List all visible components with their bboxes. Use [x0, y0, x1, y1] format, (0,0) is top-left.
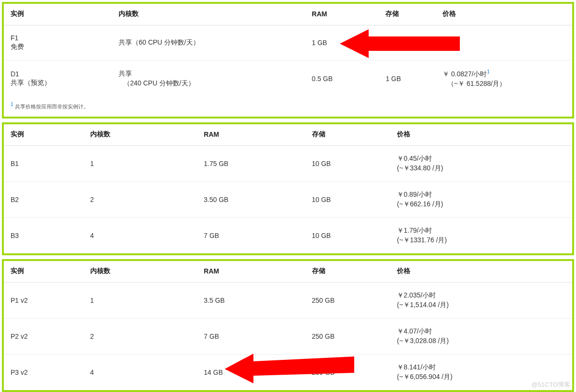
cell-storage: 10 GB	[305, 182, 391, 218]
pricing-table-premium: 实例 内核数 RAM 存储 价格 P1 v2 1 3.5 GB 250 GB ￥…	[2, 259, 574, 392]
cell-ram: 1.75 GB	[197, 146, 305, 182]
col-ram: RAM	[197, 124, 305, 146]
cell-ram: 7 GB	[197, 319, 305, 355]
table-row: P1 v2 1 3.5 GB 250 GB ￥2.035/小时 (~￥1,514…	[4, 283, 572, 319]
cell-storage: 1 GB	[379, 60, 435, 97]
col-storage: 存储	[305, 124, 391, 146]
price-main: ￥0.45/小时	[397, 154, 432, 162]
table-row: P2 v2 2 7 GB 250 GB ￥4.07/小时 (~￥3,028.08…	[4, 319, 572, 355]
cell-ram: 3.50 GB	[197, 182, 305, 218]
pricing-table-shared: 实例 内核数 RAM 存储 价格 F1 免费 共享（60 CPU 分钟数/天） …	[2, 2, 574, 119]
footnote: 1 共享价格按应用而非按实例计。	[4, 97, 572, 117]
cell-cores: 4	[84, 355, 197, 391]
col-cores: 内核数	[84, 261, 197, 283]
col-price: 价格	[436, 4, 572, 25]
col-cores: 内核数	[84, 124, 197, 146]
cores-sub: （240 CPU 分钟数/天）	[119, 79, 299, 88]
price-main: ￥2.035/小时	[397, 291, 436, 299]
pricing-table-3: 实例 内核数 RAM 存储 价格 P1 v2 1 3.5 GB 250 GB ￥…	[4, 261, 572, 390]
col-instance: 实例	[4, 124, 84, 146]
cell-price: ￥4.07/小时 (~￥3,028.08 /月)	[390, 319, 572, 355]
table-header-row: 实例 内核数 RAM 存储 价格	[4, 124, 572, 146]
price-main: ￥4.07/小时	[397, 327, 432, 335]
col-cores: 内核数	[112, 4, 305, 25]
table-header-row: 实例 内核数 RAM 存储 价格	[4, 4, 572, 25]
instance-sub: 共享（预览）	[11, 79, 105, 87]
price-main: ￥0.89/小时	[397, 190, 432, 198]
cell-storage: 250 GB	[305, 283, 391, 319]
table-row: P3 v2 4 14 GB 250 GB ￥8.141/小时 (~￥6,056.…	[4, 355, 572, 391]
cell-cores: 共享 （240 CPU 分钟数/天）	[112, 60, 305, 97]
cell-storage: 250 GB	[305, 319, 391, 355]
price-sub: (~￥662.16 /月)	[397, 200, 565, 209]
col-storage: 存储	[379, 4, 435, 25]
price-main: ￥ 0	[443, 38, 455, 46]
cell-price: ￥ 0	[436, 25, 572, 60]
cell-instance: D1 共享（预览）	[4, 60, 112, 97]
table-row: B3 4 7 GB 10 GB ￥1.79/小时 (~￥1331.76 /月)	[4, 218, 572, 254]
cell-price: ￥0.45/小时 (~￥334.80 /月)	[390, 146, 572, 182]
price-sub: (~￥1,514.04 /月)	[397, 301, 565, 309]
cell-ram: 0.5 GB	[305, 60, 379, 97]
instance-name: F1	[11, 34, 18, 42]
pricing-table-2: 实例 内核数 RAM 存储 价格 B1 1 1.75 GB 10 GB ￥0.4…	[4, 124, 572, 253]
cell-price: ￥0.89/小时 (~￥662.16 /月)	[390, 182, 572, 218]
cell-cores: 1	[84, 146, 197, 182]
pricing-table-basic: 实例 内核数 RAM 存储 价格 B1 1 1.75 GB 10 GB ￥0.4…	[2, 122, 574, 255]
col-ram: RAM	[197, 261, 305, 283]
cell-price: ￥2.035/小时 (~￥1,514.04 /月)	[390, 283, 572, 319]
cell-instance: B2	[4, 182, 84, 218]
price-sub: (~￥1331.76 /月)	[397, 236, 565, 245]
footnote-text: 共享价格按应用而非按实例计。	[13, 103, 89, 109]
pricing-table-1: 实例 内核数 RAM 存储 价格 F1 免费 共享（60 CPU 分钟数/天） …	[4, 4, 572, 97]
price-main: ￥1.79/小时	[397, 226, 432, 234]
col-price: 价格	[390, 261, 572, 283]
cell-ram: 14 GB	[197, 355, 305, 391]
col-price: 价格	[390, 124, 572, 146]
table-row: F1 免费 共享（60 CPU 分钟数/天） 1 GB 1 GB ￥ 0	[4, 25, 572, 60]
cell-cores: 2	[84, 319, 197, 355]
cell-storage: 10 GB	[305, 218, 391, 254]
price-main: ￥ 0.0827/小时	[443, 70, 487, 78]
col-storage: 存储	[305, 261, 391, 283]
col-ram: RAM	[305, 4, 379, 25]
cell-instance: P3 v2	[4, 355, 84, 391]
cell-instance: F1 免费	[4, 25, 112, 60]
table-header-row: 实例 内核数 RAM 存储 价格	[4, 261, 572, 283]
price-sup: 1	[487, 69, 490, 74]
cell-price: ￥1.79/小时 (~￥1331.76 /月)	[390, 218, 572, 254]
price-sub: (~￥3,028.08 /月)	[397, 337, 565, 345]
table-row: B1 1 1.75 GB 10 GB ￥0.45/小时 (~￥334.80 /月…	[4, 146, 572, 182]
cores-main: 共享	[119, 70, 132, 77]
price-sub: （~￥ 61.5288/月）	[443, 80, 565, 88]
instance-name: D1	[11, 70, 19, 78]
cell-storage: 10 GB	[305, 146, 391, 182]
cell-instance: B3	[4, 218, 84, 254]
cell-storage: 250 GB	[305, 355, 391, 391]
cell-instance: P1 v2	[4, 283, 84, 319]
col-instance: 实例	[4, 261, 84, 283]
watermark: @51CTO博客	[531, 380, 570, 389]
cell-ram: 3.5 GB	[197, 283, 305, 319]
cell-cores: 2	[84, 182, 197, 218]
cell-cores: 共享（60 CPU 分钟数/天）	[112, 25, 305, 60]
cell-cores: 1	[84, 283, 197, 319]
cell-instance: P2 v2	[4, 319, 84, 355]
table-row: D1 共享（预览） 共享 （240 CPU 分钟数/天） 0.5 GB 1 GB…	[4, 60, 572, 97]
table-row: B2 2 3.50 GB 10 GB ￥0.89/小时 (~￥662.16 /月…	[4, 182, 572, 218]
cell-ram: 1 GB	[305, 25, 379, 60]
price-sub: (~￥334.80 /月)	[397, 164, 565, 173]
price-main: ￥8.141/小时	[397, 363, 436, 371]
cell-storage: 1 GB	[379, 25, 435, 60]
cell-price: ￥ 0.0827/小时1 （~￥ 61.5288/月）	[436, 60, 572, 97]
cell-ram: 7 GB	[197, 218, 305, 254]
cell-cores: 4	[84, 218, 197, 254]
cell-instance: B1	[4, 146, 84, 182]
instance-sub: 免费	[11, 43, 105, 51]
col-instance: 实例	[4, 4, 112, 25]
